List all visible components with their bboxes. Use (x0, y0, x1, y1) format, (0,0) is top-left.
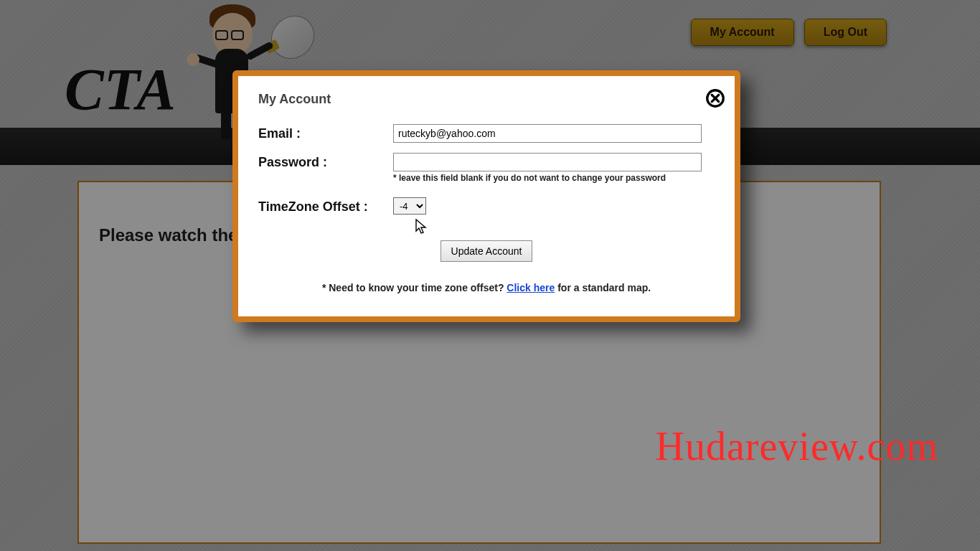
email-row: Email : (258, 124, 715, 143)
modal-title: My Account (258, 92, 715, 107)
close-button[interactable] (705, 88, 726, 109)
timezone-note-suffix: for a standard map. (555, 282, 651, 293)
my-account-modal: My Account Email : Password : * leave th… (232, 70, 740, 322)
password-row: Password : (258, 153, 715, 171)
watermark-text: Hudareview.com (656, 423, 938, 469)
timezone-select[interactable]: -4 (393, 197, 426, 215)
password-hint: * leave this field blank if you do not w… (393, 173, 715, 183)
close-icon (705, 88, 726, 109)
timezone-label: TimeZone Offset : (258, 197, 393, 215)
password-input[interactable] (393, 153, 702, 171)
timezone-note-prefix: * Need to know your time zone offset? (322, 282, 507, 293)
cursor-icon (415, 219, 428, 236)
email-label: Email : (258, 124, 393, 141)
timezone-row: TimeZone Offset : -4 (258, 197, 715, 215)
password-label: Password : (258, 153, 393, 170)
timezone-note: * Need to know your time zone offset? Cl… (258, 282, 715, 293)
email-input[interactable] (393, 124, 702, 143)
timezone-map-link[interactable]: Click here (507, 282, 555, 293)
update-account-button[interactable]: Update Account (440, 240, 533, 262)
